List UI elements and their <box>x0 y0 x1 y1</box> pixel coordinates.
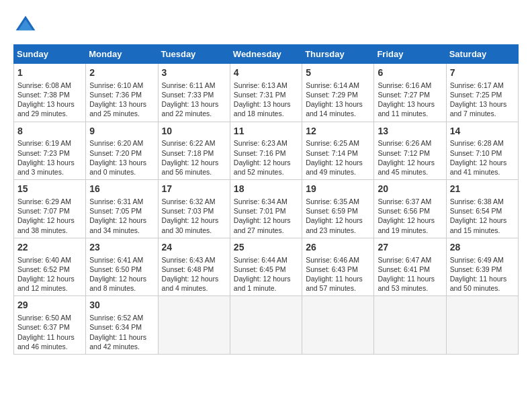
calendar-day-cell: 21Sunrise: 6:38 AM Sunset: 6:54 PM Dayli… <box>446 180 518 238</box>
day-info: Sunrise: 6:52 AM Sunset: 6:34 PM Dayligh… <box>89 313 154 351</box>
calendar-day-cell: 28Sunrise: 6:49 AM Sunset: 6:39 PM Dayli… <box>446 238 518 296</box>
calendar-day-cell: 23Sunrise: 6:41 AM Sunset: 6:50 PM Dayli… <box>86 238 158 296</box>
weekday-header: Tuesday <box>158 45 230 64</box>
calendar-table: SundayMondayTuesdayWednesdayThursdayFrid… <box>13 44 519 355</box>
calendar-day-cell: 13Sunrise: 6:26 AM Sunset: 7:12 PM Dayli… <box>374 122 446 180</box>
day-number: 19 <box>306 183 370 195</box>
day-number: 29 <box>17 299 82 312</box>
calendar-day-cell: 1Sunrise: 6:08 AM Sunset: 7:38 PM Daylig… <box>14 64 86 122</box>
day-number: 21 <box>450 183 515 195</box>
day-number: 16 <box>89 183 154 195</box>
day-number: 4 <box>234 66 298 79</box>
page-header <box>13 13 519 38</box>
day-number: 13 <box>378 125 442 138</box>
day-info: Sunrise: 6:08 AM Sunset: 7:38 PM Dayligh… <box>17 81 82 119</box>
day-info: Sunrise: 6:44 AM Sunset: 6:45 PM Dayligh… <box>234 255 298 293</box>
day-number: 27 <box>378 241 442 254</box>
calendar-day-cell: 7Sunrise: 6:17 AM Sunset: 7:25 PM Daylig… <box>446 64 518 122</box>
day-info: Sunrise: 6:49 AM Sunset: 6:39 PM Dayligh… <box>450 255 515 293</box>
weekday-header: Thursday <box>302 45 374 64</box>
calendar-week-row: 22Sunrise: 6:40 AM Sunset: 6:52 PM Dayli… <box>14 238 519 296</box>
day-info: Sunrise: 6:35 AM Sunset: 6:59 PM Dayligh… <box>306 197 370 235</box>
calendar-day-cell: 10Sunrise: 6:22 AM Sunset: 7:18 PM Dayli… <box>158 122 230 180</box>
day-info: Sunrise: 6:16 AM Sunset: 7:27 PM Dayligh… <box>378 81 442 119</box>
day-info: Sunrise: 6:10 AM Sunset: 7:36 PM Dayligh… <box>89 81 154 119</box>
day-info: Sunrise: 6:43 AM Sunset: 6:48 PM Dayligh… <box>162 255 226 293</box>
calendar-week-row: 8Sunrise: 6:19 AM Sunset: 7:23 PM Daylig… <box>14 122 519 180</box>
calendar-day-cell: 22Sunrise: 6:40 AM Sunset: 6:52 PM Dayli… <box>14 238 86 296</box>
calendar-day-cell: 25Sunrise: 6:44 AM Sunset: 6:45 PM Dayli… <box>230 238 302 296</box>
calendar-day-cell: 5Sunrise: 6:14 AM Sunset: 7:29 PM Daylig… <box>302 64 374 122</box>
day-number: 7 <box>450 66 515 79</box>
day-info: Sunrise: 6:32 AM Sunset: 7:03 PM Dayligh… <box>162 197 226 235</box>
day-number: 20 <box>378 183 442 195</box>
calendar-week-row: 29Sunrise: 6:50 AM Sunset: 6:37 PM Dayli… <box>14 296 519 355</box>
day-info: Sunrise: 6:50 AM Sunset: 6:37 PM Dayligh… <box>17 313 82 351</box>
weekday-header: Saturday <box>446 45 518 64</box>
day-info: Sunrise: 6:23 AM Sunset: 7:16 PM Dayligh… <box>234 138 298 177</box>
day-number: 23 <box>89 241 154 254</box>
day-number: 26 <box>306 241 370 254</box>
calendar-day-cell: 8Sunrise: 6:19 AM Sunset: 7:23 PM Daylig… <box>14 122 86 180</box>
calendar-day-cell: 20Sunrise: 6:37 AM Sunset: 6:56 PM Dayli… <box>374 180 446 238</box>
calendar-day-cell <box>158 296 230 355</box>
day-info: Sunrise: 6:46 AM Sunset: 6:43 PM Dayligh… <box>306 255 370 293</box>
calendar-day-cell: 12Sunrise: 6:25 AM Sunset: 7:14 PM Dayli… <box>302 122 374 180</box>
day-info: Sunrise: 6:14 AM Sunset: 7:29 PM Dayligh… <box>306 81 370 119</box>
calendar-day-cell: 16Sunrise: 6:31 AM Sunset: 7:05 PM Dayli… <box>86 180 158 238</box>
logo-icon <box>13 13 38 38</box>
calendar-day-cell <box>302 296 374 355</box>
calendar-day-cell: 11Sunrise: 6:23 AM Sunset: 7:16 PM Dayli… <box>230 122 302 180</box>
logo <box>13 13 42 38</box>
day-info: Sunrise: 6:28 AM Sunset: 7:10 PM Dayligh… <box>450 138 515 177</box>
weekday-header: Wednesday <box>230 45 302 64</box>
day-number: 14 <box>450 125 515 138</box>
calendar-day-cell: 17Sunrise: 6:32 AM Sunset: 7:03 PM Dayli… <box>158 180 230 238</box>
day-info: Sunrise: 6:38 AM Sunset: 6:54 PM Dayligh… <box>450 197 515 235</box>
day-number: 9 <box>89 125 154 138</box>
day-number: 1 <box>17 66 82 79</box>
weekday-header: Friday <box>374 45 446 64</box>
day-number: 18 <box>234 183 298 195</box>
calendar-week-row: 15Sunrise: 6:29 AM Sunset: 7:07 PM Dayli… <box>14 180 519 238</box>
day-info: Sunrise: 6:17 AM Sunset: 7:25 PM Dayligh… <box>450 81 515 119</box>
weekday-header: Monday <box>86 45 158 64</box>
day-number: 10 <box>162 125 226 138</box>
calendar-day-cell: 2Sunrise: 6:10 AM Sunset: 7:36 PM Daylig… <box>86 64 158 122</box>
calendar-day-cell: 18Sunrise: 6:34 AM Sunset: 7:01 PM Dayli… <box>230 180 302 238</box>
day-info: Sunrise: 6:47 AM Sunset: 6:41 PM Dayligh… <box>378 255 442 293</box>
day-info: Sunrise: 6:20 AM Sunset: 7:20 PM Dayligh… <box>89 138 154 177</box>
day-number: 17 <box>162 183 226 195</box>
day-info: Sunrise: 6:11 AM Sunset: 7:33 PM Dayligh… <box>162 81 226 119</box>
weekday-header-row: SundayMondayTuesdayWednesdayThursdayFrid… <box>14 45 519 64</box>
calendar-day-cell: 24Sunrise: 6:43 AM Sunset: 6:48 PM Dayli… <box>158 238 230 296</box>
day-info: Sunrise: 6:40 AM Sunset: 6:52 PM Dayligh… <box>17 255 82 293</box>
day-number: 25 <box>234 241 298 254</box>
calendar-day-cell: 6Sunrise: 6:16 AM Sunset: 7:27 PM Daylig… <box>374 64 446 122</box>
weekday-header: Sunday <box>14 45 86 64</box>
day-number: 2 <box>89 66 154 79</box>
day-info: Sunrise: 6:26 AM Sunset: 7:12 PM Dayligh… <box>378 138 442 177</box>
day-info: Sunrise: 6:34 AM Sunset: 7:01 PM Dayligh… <box>234 197 298 235</box>
calendar-day-cell <box>446 296 518 355</box>
day-number: 12 <box>306 125 370 138</box>
calendar-day-cell: 27Sunrise: 6:47 AM Sunset: 6:41 PM Dayli… <box>374 238 446 296</box>
day-info: Sunrise: 6:41 AM Sunset: 6:50 PM Dayligh… <box>89 255 154 293</box>
calendar-day-cell: 4Sunrise: 6:13 AM Sunset: 7:31 PM Daylig… <box>230 64 302 122</box>
day-number: 3 <box>162 66 226 79</box>
calendar-day-cell: 30Sunrise: 6:52 AM Sunset: 6:34 PM Dayli… <box>86 296 158 355</box>
day-number: 11 <box>234 125 298 138</box>
calendar-day-cell: 9Sunrise: 6:20 AM Sunset: 7:20 PM Daylig… <box>86 122 158 180</box>
calendar-day-cell: 14Sunrise: 6:28 AM Sunset: 7:10 PM Dayli… <box>446 122 518 180</box>
day-number: 24 <box>162 241 226 254</box>
day-info: Sunrise: 6:37 AM Sunset: 6:56 PM Dayligh… <box>378 197 442 235</box>
calendar-day-cell: 15Sunrise: 6:29 AM Sunset: 7:07 PM Dayli… <box>14 180 86 238</box>
day-number: 22 <box>17 241 82 254</box>
day-info: Sunrise: 6:25 AM Sunset: 7:14 PM Dayligh… <box>306 138 370 177</box>
day-info: Sunrise: 6:19 AM Sunset: 7:23 PM Dayligh… <box>17 138 82 177</box>
calendar-day-cell <box>374 296 446 355</box>
day-number: 28 <box>450 241 515 254</box>
day-info: Sunrise: 6:22 AM Sunset: 7:18 PM Dayligh… <box>162 138 226 177</box>
day-info: Sunrise: 6:13 AM Sunset: 7:31 PM Dayligh… <box>234 81 298 119</box>
calendar-day-cell: 19Sunrise: 6:35 AM Sunset: 6:59 PM Dayli… <box>302 180 374 238</box>
